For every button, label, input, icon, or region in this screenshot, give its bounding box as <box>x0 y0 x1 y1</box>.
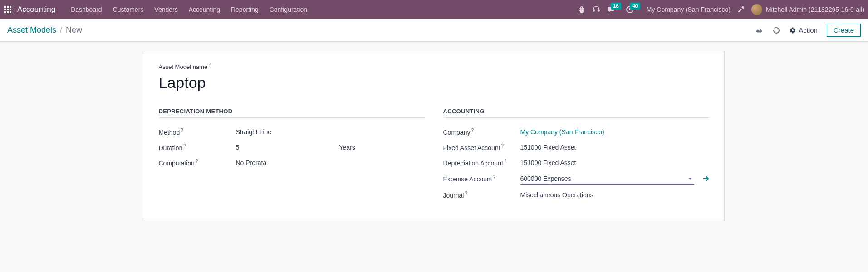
svg-rect-7 <box>7 11 9 13</box>
value-journal[interactable]: Miscellaneous Operations <box>520 191 710 199</box>
action-label: Action <box>799 26 818 34</box>
form-sheet: Asset Model name? DEPRECIATION METHOD Me… <box>144 51 725 221</box>
label-company: Company? <box>443 128 520 136</box>
help-icon[interactable]: ? <box>196 159 198 164</box>
svg-rect-5 <box>10 9 11 10</box>
control-panel: Asset Models / New Action Create <box>0 19 868 42</box>
action-button[interactable]: Action <box>790 26 818 34</box>
svg-rect-0 <box>4 6 6 8</box>
help-icon[interactable]: ? <box>208 62 211 67</box>
row-method: Method? Straight Line <box>159 124 425 140</box>
svg-rect-1 <box>7 6 9 8</box>
asset-name-input[interactable] <box>159 72 710 93</box>
breadcrumb-sep: / <box>60 25 62 35</box>
help-icon[interactable]: ? <box>493 175 496 180</box>
messages-button[interactable]: 18 <box>607 5 615 14</box>
row-company: Company? My Company (San Francisco) <box>443 124 710 140</box>
form-background: Asset Model name? DEPRECIATION METHOD Me… <box>0 42 868 230</box>
svg-rect-3 <box>4 9 6 10</box>
nav-menu: Dashboard Customers Vendors Accounting R… <box>65 0 313 19</box>
nav-configuration[interactable]: Configuration <box>264 0 313 19</box>
expense-input[interactable] <box>520 173 694 185</box>
gear-icon <box>790 27 796 34</box>
title-label-row: Asset Model name? <box>159 62 710 70</box>
nav-reporting[interactable]: Reporting <box>226 0 264 19</box>
external-link-icon[interactable] <box>702 175 710 182</box>
label-duration: Duration? <box>159 143 236 151</box>
duration-unit[interactable]: Years <box>339 144 355 151</box>
svg-rect-9 <box>593 10 594 11</box>
user-name: Mitchell Admin (21182295-16-0-all) <box>766 6 864 13</box>
user-menu[interactable]: Mitchell Admin (21182295-16-0-all) <box>751 4 864 15</box>
navbar-left: Accounting Dashboard Customers Vendors A… <box>4 0 313 19</box>
messages-badge: 18 <box>611 3 621 10</box>
svg-rect-8 <box>10 11 11 13</box>
expense-m2o[interactable] <box>520 173 694 185</box>
svg-rect-6 <box>4 11 6 13</box>
nav-customers[interactable]: Customers <box>108 0 149 19</box>
row-depr-account: Depreciation Account? 151000 Fixed Asset <box>443 155 710 170</box>
row-journal: Journal? Miscellaneous Operations <box>443 187 710 203</box>
label-fixed-asset: Fixed Asset Account? <box>443 143 520 151</box>
discard-icon[interactable] <box>772 26 780 34</box>
breadcrumb-current: New <box>66 25 82 35</box>
company-selector[interactable]: My Company (San Francisco) <box>647 6 731 13</box>
cloud-save-icon[interactable] <box>755 26 763 34</box>
app-brand[interactable]: Accounting <box>17 5 55 14</box>
breadcrumb-parent[interactable]: Asset Models <box>7 25 56 35</box>
nav-vendors[interactable]: Vendors <box>149 0 183 19</box>
navbar-right: 18 40 My Company (San Francisco) Mitchel… <box>578 4 864 15</box>
debug-icon[interactable] <box>578 5 586 14</box>
value-duration[interactable]: 5 Years <box>236 144 425 151</box>
nav-dashboard[interactable]: Dashboard <box>65 0 108 19</box>
duration-number[interactable]: 5 <box>236 144 336 151</box>
title-label: Asset Model name <box>159 63 208 70</box>
value-method[interactable]: Straight Line <box>236 128 425 136</box>
create-button[interactable]: Create <box>827 24 861 37</box>
svg-rect-2 <box>10 6 11 8</box>
tools-icon[interactable] <box>737 5 745 14</box>
row-expense: Expense Account? <box>443 170 710 187</box>
activities-badge: 40 <box>630 3 640 10</box>
col-accounting: ACCOUNTING Company? My Company (San Fran… <box>443 108 710 203</box>
help-icon[interactable]: ? <box>183 143 186 148</box>
control-panel-right: Action Create <box>755 24 861 37</box>
accounting-group-title: ACCOUNTING <box>443 108 710 118</box>
title-section: Asset Model name? <box>159 62 710 93</box>
support-icon[interactable] <box>592 5 600 14</box>
row-computation: Computation? No Prorata <box>159 155 425 170</box>
value-fixed-asset[interactable]: 151000 Fixed Asset <box>520 144 710 151</box>
nav-accounting[interactable]: Accounting <box>183 0 226 19</box>
help-icon[interactable]: ? <box>471 128 474 133</box>
svg-rect-4 <box>7 9 9 10</box>
row-fixed-asset: Fixed Asset Account? 151000 Fixed Asset <box>443 140 710 155</box>
label-expense: Expense Account? <box>443 175 520 183</box>
activities-button[interactable]: 40 <box>626 5 634 14</box>
value-depr-account[interactable]: 151000 Fixed Asset <box>520 159 710 166</box>
value-expense <box>520 173 710 185</box>
label-depr-account: Depreciation Account? <box>443 159 520 167</box>
main-navbar: Accounting Dashboard Customers Vendors A… <box>0 0 868 19</box>
value-computation[interactable]: No Prorata <box>236 159 425 166</box>
help-icon[interactable]: ? <box>465 191 467 196</box>
label-method: Method? <box>159 128 236 136</box>
apps-icon[interactable] <box>4 5 12 14</box>
label-computation: Computation? <box>159 159 236 167</box>
avatar <box>751 4 762 15</box>
form-columns: DEPRECIATION METHOD Method? Straight Lin… <box>159 108 710 203</box>
breadcrumb: Asset Models / New <box>7 25 82 35</box>
svg-rect-10 <box>598 10 599 11</box>
help-icon[interactable]: ? <box>501 143 504 148</box>
help-icon[interactable]: ? <box>181 128 183 133</box>
depreciation-group-title: DEPRECIATION METHOD <box>159 108 425 118</box>
value-company[interactable]: My Company (San Francisco) <box>520 128 710 136</box>
row-duration: Duration? 5 Years <box>159 140 425 155</box>
col-depreciation: DEPRECIATION METHOD Method? Straight Lin… <box>159 108 425 203</box>
label-journal: Journal? <box>443 191 520 199</box>
help-icon[interactable]: ? <box>504 159 507 164</box>
